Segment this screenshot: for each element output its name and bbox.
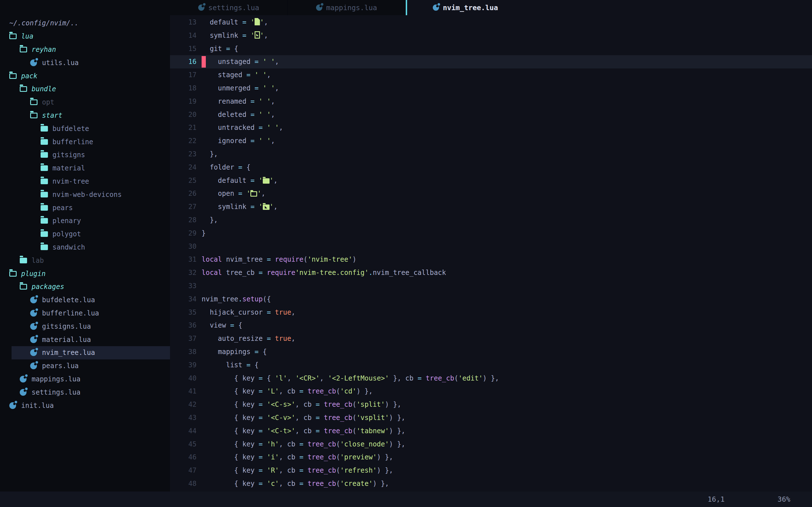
code-line-42[interactable]: 42 { key = '<C-s>', cb = tree_cb('split'…	[170, 398, 812, 411]
code-line-25[interactable]: 25 default = '',	[170, 174, 812, 187]
code-line-48[interactable]: 48 { key = 'c', cb = tree_cb('create') }…	[170, 477, 812, 490]
tree-item-pears.lua[interactable]: pears.lua	[0, 359, 170, 373]
tree-item-label: nvim-tree	[52, 177, 89, 185]
token	[263, 480, 267, 488]
code-line-34[interactable]: 34nvim_tree.setup({	[170, 293, 812, 306]
code-line-30[interactable]: 30	[170, 240, 812, 253]
tree-root-path[interactable]: ~/.config/nvim/..	[0, 17, 170, 30]
code-line-39[interactable]: 39 list = {	[170, 358, 812, 372]
line-number: 41	[170, 385, 197, 398]
line-number: 37	[170, 332, 197, 345]
token: tree_cb	[308, 466, 336, 474]
token: ,	[264, 32, 268, 40]
tree-item-pears[interactable]: pears	[0, 201, 170, 214]
token: tree_cb	[324, 414, 352, 421]
tab-nvim_tree.lua[interactable]: nvim_tree.lua	[406, 0, 523, 15]
token: '<CR>'	[295, 374, 320, 382]
tree-item-bufferline[interactable]: bufferline	[0, 135, 170, 149]
tree-item-packages[interactable]: packages	[0, 280, 170, 293]
token: ' '	[259, 111, 271, 119]
fold-sym-icon	[263, 205, 269, 210]
code-line-37[interactable]: 37 auto_resize = true,	[170, 332, 812, 345]
tree-item-opt[interactable]: opt	[0, 96, 170, 109]
tree-item-nvim-web-devicons[interactable]: nvim-web-devicons	[0, 188, 170, 201]
folder-closed-icon	[41, 139, 48, 145]
code-line-43[interactable]: 43 { key = '<C-v>', cb = tree_cb('vsplit…	[170, 411, 812, 425]
code-line-41[interactable]: 41 { key = 'L', cb = tree_cb('cd') },	[170, 385, 812, 398]
token: ' '	[255, 71, 267, 79]
code-line-38[interactable]: 38 mappings = {	[170, 345, 812, 358]
editor-code-area[interactable]: 13 default = '',14 symlink = '',15 git =…	[170, 15, 812, 492]
tree-item-bufdelete.lua[interactable]: bufdelete.lua	[0, 293, 170, 307]
code-line-21[interactable]: 21 untracked = ' ',	[170, 121, 812, 134]
code-line-19[interactable]: 19 renamed = ' ',	[170, 95, 812, 108]
code-line-36[interactable]: 36 view = {	[170, 319, 812, 332]
code-line-17[interactable]: 17 staged = ' ',	[170, 68, 812, 82]
line-number: 17	[170, 68, 197, 82]
tree-item-polygot[interactable]: polygot	[0, 228, 170, 241]
code-line-15[interactable]: 15 git = {	[170, 42, 812, 55]
tree-item-bufdelete[interactable]: bufdelete	[0, 122, 170, 135]
tree-item-label: bufferline.lua	[42, 309, 99, 317]
token: ) },	[389, 414, 405, 421]
token: (	[336, 480, 340, 488]
code-text: }	[202, 227, 206, 240]
line-number: 13	[170, 16, 197, 29]
tab-mappings.lua[interactable]: mappings.lua	[288, 0, 406, 15]
tree-item-material[interactable]: material	[0, 162, 170, 175]
tree-item-lab[interactable]: lab	[0, 254, 170, 267]
code-line-26[interactable]: 26 open = '',	[170, 187, 812, 200]
tree-item-mappings.lua[interactable]: mappings.lua	[0, 373, 170, 386]
scroll-percentage: 36%	[777, 492, 790, 507]
tree-item-bundle[interactable]: bundle	[0, 82, 170, 96]
tree-item-reyhan[interactable]: reyhan	[0, 43, 170, 56]
code-line-47[interactable]: 47 { key = 'R', cb = tree_cb('refresh') …	[170, 464, 812, 477]
code-line-16[interactable]: 16 unstaged = ' ',	[170, 55, 812, 68]
token: =	[226, 45, 230, 53]
tree-item-nvim-tree[interactable]: nvim-tree	[0, 175, 170, 188]
tree-item-utils.lua[interactable]: utils.lua	[0, 56, 170, 69]
tab-settings.lua[interactable]: settings.lua	[170, 0, 288, 15]
code-line-35[interactable]: 35 hijack_cursor = true,	[170, 306, 812, 319]
code-text: },	[202, 214, 218, 227]
token: ,	[267, 71, 271, 79]
tree-item-plugin[interactable]: plugin	[0, 267, 170, 280]
code-line-13[interactable]: 13 default = '',	[170, 16, 812, 29]
code-line-28[interactable]: 28 },	[170, 214, 812, 227]
code-line-24[interactable]: 24 folder = {	[170, 161, 812, 174]
code-line-46[interactable]: 46 { key = 'i', cb = tree_cb('preview') …	[170, 451, 812, 464]
lua-file-icon	[433, 4, 439, 11]
token: setup	[243, 295, 263, 303]
tree-item-settings.lua[interactable]: settings.lua	[0, 386, 170, 399]
tree-item-gitsigns[interactable]: gitsigns	[0, 149, 170, 162]
code-line-18[interactable]: 18 unmerged = ' ',	[170, 82, 812, 95]
tree-item-lua[interactable]: lua	[0, 30, 170, 43]
code-line-29[interactable]: 29}	[170, 227, 812, 240]
token: , cb	[279, 440, 299, 448]
code-line-40[interactable]: 40 { key = { 'l', '<CR>', '<2-LeftMouse>…	[170, 372, 812, 385]
tree-item-nvim_tree.lua[interactable]: nvim_tree.lua	[0, 346, 170, 359]
tree-item-bufferline.lua[interactable]: bufferline.lua	[0, 307, 170, 320]
code-line-33[interactable]: 33	[170, 279, 812, 293]
tree-item-gitsigns.lua[interactable]: gitsigns.lua	[0, 320, 170, 333]
line-number: 40	[170, 372, 197, 385]
code-line-32[interactable]: 32local tree_cb = require'nvim-tree.conf…	[170, 266, 812, 279]
code-line-45[interactable]: 45 { key = 'h', cb = tree_cb('close_node…	[170, 438, 812, 451]
tree-item-material.lua[interactable]: material.lua	[0, 333, 170, 346]
code-line-14[interactable]: 14 symlink = '',	[170, 29, 812, 42]
line-number: 46	[170, 451, 197, 464]
tree-item-init.lua[interactable]: init.lua	[0, 399, 170, 412]
tree-item-pack[interactable]: pack	[0, 69, 170, 82]
code-line-20[interactable]: 20 deleted = ' ',	[170, 108, 812, 121]
code-line-23[interactable]: 23 },	[170, 148, 812, 161]
tree-item-start[interactable]: start	[0, 109, 170, 122]
lua-file-icon	[9, 402, 16, 409]
code-line-31[interactable]: 31local nvim_tree = require('nvim-tree')	[170, 253, 812, 266]
token: ,	[320, 374, 328, 382]
code-line-27[interactable]: 27 symlink = '',	[170, 200, 812, 214]
tree-item-sandwich[interactable]: sandwich	[0, 241, 170, 254]
code-line-22[interactable]: 22 ignored = ' ',	[170, 134, 812, 148]
token: auto_resize	[202, 335, 267, 342]
code-line-44[interactable]: 44 { key = '<C-t>', cb = tree_cb('tabnew…	[170, 425, 812, 438]
tree-item-plenary[interactable]: plenary	[0, 214, 170, 228]
